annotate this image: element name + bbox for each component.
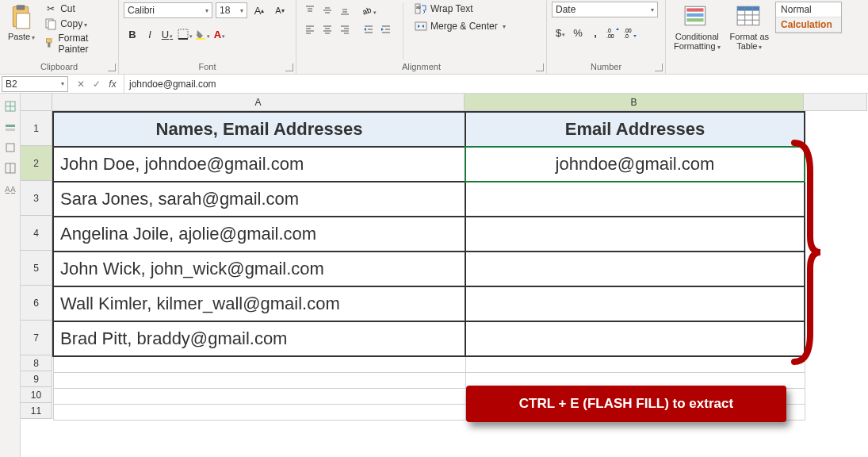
row-header-11[interactable]: 11 [21,403,52,419]
cell-B6[interactable] [465,286,805,321]
ribbon: Paste ✂ Cut Copy Format Painter [0,0,868,75]
bold-button[interactable]: B [124,25,141,43]
row-header-9[interactable]: 9 [21,371,52,387]
formula-bar[interactable]: johndoe@gmail.com [124,75,868,93]
percent-button[interactable]: % [569,24,587,41]
cell-B1[interactable]: Email Addresses [465,112,805,147]
cell-B5[interactable] [465,252,805,286]
scissors-icon: ✂ [44,2,57,15]
cell-A4[interactable]: Angelina Joile, ajolie@gmail.com [53,217,465,252]
italic-button[interactable]: I [141,25,159,43]
cell-B8[interactable] [465,356,805,372]
style-calculation[interactable]: Calculation [776,17,841,33]
row-header-8[interactable]: 8 [21,355,52,371]
cell-A7[interactable]: Brad Pitt, braddy@gmail.com [53,321,465,356]
group-font: Calibri▾ 18▾ A▴ A▾ B I U A Font [119,0,296,74]
format-as-table-button[interactable]: Format as Table [727,2,773,52]
cell-B3[interactable] [465,182,805,217]
cut-button[interactable]: ✂ Cut [41,2,113,16]
gutter-grid-icon[interactable] [4,100,17,113]
copy-label: Copy [60,18,87,29]
group-clipboard: Paste ✂ Cut Copy Format Painter [0,0,119,74]
select-all-corner[interactable] [21,94,52,111]
accounting-button[interactable]: $ [552,24,569,41]
number-format-select[interactable]: Date▾ [552,2,658,17]
enter-formula-button[interactable]: ✓ [89,76,105,92]
cell-A11[interactable] [53,404,465,420]
column-header-next[interactable] [804,94,867,111]
merge-center-button[interactable]: Merge & Center [411,19,509,33]
align-bottom-button[interactable] [336,2,354,19]
cell-A1[interactable]: Names, Email Addresses [53,112,465,147]
cell-B7[interactable] [465,321,805,356]
align-right-button[interactable] [336,21,354,38]
increase-decimal-button[interactable]: .0.00 [604,24,621,41]
align-center-button[interactable] [319,21,336,38]
decrease-font-button[interactable]: A▾ [271,2,289,19]
row-header-3[interactable]: 3 [21,181,52,216]
cell-A10[interactable] [53,388,465,404]
paste-button[interactable]: Paste [5,2,38,43]
row-header-10[interactable]: 10 [21,387,52,403]
merge-label: Merge & Center [430,21,498,32]
name-box[interactable]: B2 ▾ [2,76,68,92]
align-top-button[interactable] [301,2,319,19]
align-left-button[interactable] [301,21,319,38]
wrap-text-icon: ab [415,2,427,15]
format-painter-button[interactable]: Format Painter [41,32,113,56]
cell-A2[interactable]: John Doe, johndoe@gmail.com [53,147,465,182]
row-header-1[interactable]: 1 [21,111,52,146]
row-header-5[interactable]: 5 [21,251,52,286]
style-normal[interactable]: Normal [776,2,841,17]
font-name-select[interactable]: Calibri▾ [124,2,212,18]
corner-expand-icon[interactable] [536,63,544,71]
formula-bar-value: johndoe@gmail.com [129,79,216,90]
row-header-6[interactable]: 6 [21,286,52,321]
borders-button[interactable] [176,25,193,43]
insert-function-button[interactable]: fx [105,76,120,92]
wrap-text-button[interactable]: ab Wrap Text [411,2,509,16]
font-name-value: Calibri [128,5,155,16]
cell-B4[interactable] [465,217,805,252]
column-header-B[interactable]: B [465,94,804,111]
row-header-2[interactable]: 2 [21,146,52,181]
corner-expand-icon[interactable] [655,63,663,71]
svg-marker-47 [616,28,619,30]
row-header-7[interactable]: 7 [21,321,52,355]
increase-indent-button[interactable] [377,21,395,38]
align-middle-button[interactable] [319,2,336,19]
copy-button[interactable]: Copy [41,17,113,31]
row-header-4[interactable]: 4 [21,216,52,251]
corner-expand-icon[interactable] [285,63,293,71]
svg-rect-2 [17,13,30,29]
svg-rect-42 [415,22,426,30]
gutter-box-icon[interactable] [4,141,17,154]
comma-button[interactable]: , [587,24,604,41]
underline-button[interactable]: U [159,25,176,43]
font-color-button[interactable]: A [211,25,228,43]
cell-A5[interactable]: John Wick, john_wick@gmail.com [53,252,465,286]
conditional-formatting-button[interactable]: Conditional Formatting [671,2,724,52]
cell-A8[interactable] [53,356,465,372]
svg-text:ab: ab [416,5,421,10]
cell-B2[interactable]: johndoe@gmail.com [465,147,805,182]
svg-rect-6 [48,43,50,48]
svg-rect-65 [6,129,15,131]
formula-bar-row: B2 ▾ ✕ ✓ fx johndoe@gmail.com [0,75,868,94]
increase-font-button[interactable]: A▴ [250,2,268,19]
fill-color-button[interactable] [193,25,211,43]
gutter-pin-icon[interactable] [4,162,17,175]
corner-expand-icon[interactable] [108,63,116,71]
cell-A3[interactable]: Sara Jones, sarah@gmail.com [53,182,465,217]
gutter-row-icon[interactable] [4,121,17,133]
cell-A9[interactable] [53,372,465,388]
column-header-A[interactable]: A [52,94,465,111]
cell-A6[interactable]: Wall Kimler, kilmer_wall@gmail.com [53,286,465,321]
font-size-select[interactable]: 18▾ [216,2,247,18]
cancel-formula-button[interactable]: ✕ [73,76,89,92]
gutter-find-icon[interactable]: A̲A̲ [4,182,17,195]
cell-styles-gallery[interactable]: Normal Calculation [775,2,842,33]
decrease-indent-button[interactable] [360,21,377,38]
orientation-button[interactable]: ab [360,2,377,19]
decrease-decimal-button[interactable]: .00.0 [621,24,639,41]
